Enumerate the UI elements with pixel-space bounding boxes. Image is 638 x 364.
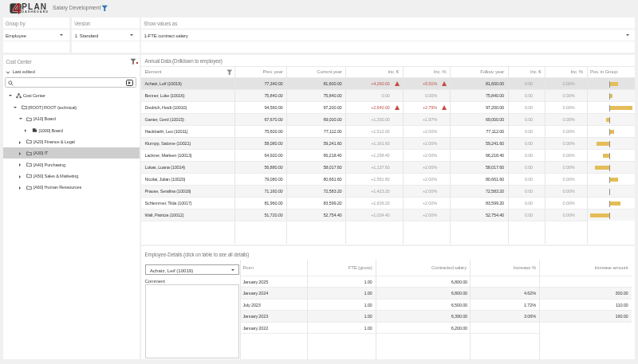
svg-text:4: 4: [13, 2, 22, 15]
svg-text:DASHBOARD: DASHBOARD: [22, 10, 49, 14]
svg-text:PLAN: PLAN: [22, 2, 47, 11]
